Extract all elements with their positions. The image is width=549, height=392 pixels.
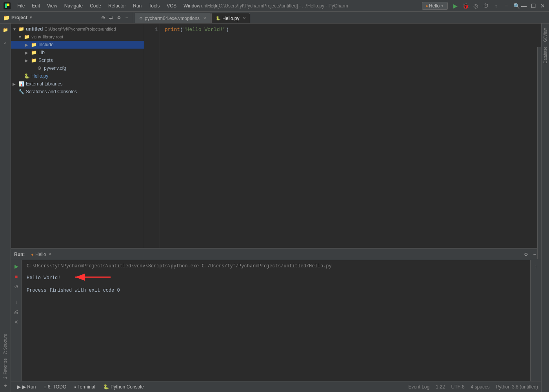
scratches-icon: 🔧 — [18, 89, 24, 95]
todo-bottom-btn[interactable]: ≡ 6: TODO — [40, 383, 69, 390]
vmoptions-file-icon: ⚙ — [139, 16, 143, 20]
run-hello-text: Hello World! — [27, 275, 60, 281]
debug-button[interactable]: 🐞 — [461, 2, 470, 10]
run-right-toolbar: ↑ — [530, 260, 541, 381]
run-config-btn[interactable]: ● Hello ▼ — [422, 2, 448, 10]
run-panel-settings-icon[interactable]: ⚙ — [522, 251, 529, 258]
status-indent: 4 spaces — [471, 384, 490, 390]
run-stop-btn[interactable]: ■ — [12, 272, 21, 281]
pyvenv-arrow — [31, 66, 36, 71]
tree-venv[interactable]: ▼ 📁 venv library root — [11, 33, 144, 41]
status-bar: Event Log 1:22 UTF-8 4 spaces Python 3.8… — [408, 384, 538, 390]
project-sidebar-btn[interactable]: 📁 — [1, 25, 10, 34]
file-tabs-area: ⚙ pycharm64.exe.vmoptions ✕ 🐍 Hello.py ✕ — [133, 12, 549, 23]
status-line-col: 1:22 — [436, 384, 445, 390]
terminal-bottom-btn[interactable]: ▪ Terminal — [71, 383, 98, 390]
editor-content[interactable]: 1 print("Hello World!") — [144, 24, 541, 248]
tree-scripts[interactable]: ▶ 📁 Scripts — [11, 56, 144, 64]
venv-desc: library root — [43, 34, 63, 39]
project-settings-icon[interactable]: ⚙ — [116, 15, 122, 21]
main-layout: 📁 ✓ 7: Structure 2: Favorites ★ ▼ 📁 unti… — [0, 24, 549, 392]
run-output: C:\Users\fyf\PycharmProjects\untitled\ve… — [22, 260, 530, 381]
run-tab-hello[interactable]: ● Hello ✕ — [28, 251, 55, 258]
maximize-button[interactable]: ☐ — [530, 3, 536, 9]
run-execute-btn[interactable]: ▶ — [12, 262, 21, 270]
file-tab-vmoptions[interactable]: ⚙ pycharm64.exe.vmoptions ✕ — [135, 13, 211, 23]
include-folder-icon: 📁 — [31, 42, 37, 48]
scratches-arrow — [13, 90, 18, 94]
code-editor[interactable]: print("Hello World!") — [160, 24, 541, 248]
minimize-button[interactable]: — — [521, 3, 527, 9]
hello-py-tab-close[interactable]: ✕ — [243, 16, 246, 20]
menu-vcs[interactable]: VCS — [164, 2, 180, 9]
root-label: untitled — [26, 26, 43, 32]
run-scroll-end-btn[interactable]: ↓ — [12, 297, 21, 306]
scripts-folder-icon: 📁 — [31, 57, 37, 64]
include-label: Include — [38, 42, 54, 47]
editor-scrollbar[interactable] — [537, 47, 541, 248]
run-scroll-btn[interactable]: ↑ — [532, 262, 540, 270]
python-console-bottom-btn[interactable]: 🐍 Python Console — [100, 383, 147, 390]
run-bottom-btn[interactable]: ▶ ▶ Run — [14, 383, 39, 390]
event-log-btn[interactable]: Event Log — [408, 384, 429, 390]
run-rerun-btn[interactable]: ↺ — [12, 282, 21, 291]
file-tab-hello-py[interactable]: 🐍 Hello.py ✕ — [211, 13, 250, 23]
project-minimize-icon[interactable]: − — [124, 15, 130, 21]
project-sync-icon[interactable]: ⇄ — [108, 15, 114, 21]
favorites-sidebar-label[interactable]: 2: Favorites — [2, 357, 8, 380]
python-console-label: Python Console — [111, 384, 144, 390]
menu-refactor[interactable]: Refactor — [105, 2, 129, 9]
ext-lib-icon: 📊 — [18, 81, 24, 87]
star-btn[interactable]: ★ — [1, 381, 10, 390]
content-area: ▼ 📁 untitled C:\Users\fyf\PycharmProject… — [11, 24, 541, 392]
titlebar: File Edit View Navigate Code Refactor Ru… — [0, 0, 549, 12]
tree-include[interactable]: ▶ 📁 Include — [11, 41, 144, 49]
svg-rect-3 — [5, 6, 7, 8]
red-arrow-annotation — [67, 271, 115, 285]
pyvenv-label: pyvenv.cfg — [44, 65, 66, 71]
root-folder-icon: 📁 — [18, 26, 24, 32]
run-config-arrow: ▼ — [440, 4, 444, 8]
root-path: C:\Users\fyf\PycharmProjects\untitled — [44, 27, 116, 31]
profile-button[interactable]: ⏱ — [482, 2, 490, 10]
tree-root[interactable]: ▼ 📁 untitled C:\Users\fyf\PycharmProject… — [11, 25, 144, 33]
project-new-icon[interactable]: ⊕ — [100, 15, 106, 21]
top-content-area: ▼ 📁 untitled C:\Users\fyf\PycharmProject… — [11, 24, 541, 248]
hello-py-tab-label: Hello.py — [222, 16, 239, 21]
tree-ext-libraries[interactable]: ▶ 📊 External Libraries — [11, 80, 144, 88]
database-sidebar-label[interactable]: Database — [542, 45, 548, 65]
search-everywhere-button[interactable]: 🔍 — [512, 2, 521, 10]
menu-navigate[interactable]: Navigate — [61, 2, 86, 9]
coverage-button[interactable]: ◎ — [471, 2, 480, 10]
run-button[interactable]: ▶ — [451, 2, 460, 10]
vmoptions-tab-close[interactable]: ✕ — [203, 16, 206, 20]
window-title: untitled [C:\Users\fyf\PycharmProjects\u… — [201, 3, 348, 9]
close-button[interactable]: ✕ — [540, 3, 546, 9]
menu-file[interactable]: File — [14, 2, 28, 9]
run-hello-output: Hello World! — [27, 271, 525, 285]
run-tab-close[interactable]: ✕ — [48, 252, 51, 256]
menu-window[interactable]: Window — [180, 2, 204, 9]
commit-sidebar-btn[interactable]: ✓ — [1, 38, 10, 48]
project-folder-icon[interactable]: 📁 Project ▼ — [3, 15, 33, 21]
menu-edit[interactable]: Edit — [29, 2, 43, 9]
vcs-button[interactable]: ↑ — [492, 2, 500, 10]
more-button[interactable]: ≡ — [502, 2, 511, 10]
structure-sidebar-label[interactable]: 7: Structure — [2, 332, 8, 356]
svg-rect-4 — [7, 6, 9, 8]
scratches-label: Scratches and Consoles — [26, 89, 77, 94]
menu-code[interactable]: Code — [87, 2, 104, 9]
tree-pyvenv[interactable]: ⚙ pyvenv.cfg — [11, 64, 144, 72]
tree-scratches[interactable]: 🔧 Scratches and Consoles — [11, 88, 144, 96]
guiview-sidebar-label[interactable]: GüView — [542, 27, 548, 44]
tree-hello-py[interactable]: 🐍 Hello.py — [11, 72, 144, 80]
tree-lib[interactable]: ▶ 📁 Lib — [11, 49, 144, 56]
project-sidebar-icon: 📁 — [3, 27, 8, 33]
menu-run[interactable]: Run — [130, 2, 145, 9]
run-close-btn[interactable]: ✕ — [12, 318, 21, 326]
run-print-btn[interactable]: 🖨 — [12, 307, 21, 316]
vmoptions-tab-label: pycharm64.exe.vmoptions — [145, 16, 200, 21]
menu-tools[interactable]: Tools — [145, 2, 163, 9]
menu-view[interactable]: View — [44, 2, 60, 9]
scripts-arrow: ▶ — [25, 58, 31, 63]
